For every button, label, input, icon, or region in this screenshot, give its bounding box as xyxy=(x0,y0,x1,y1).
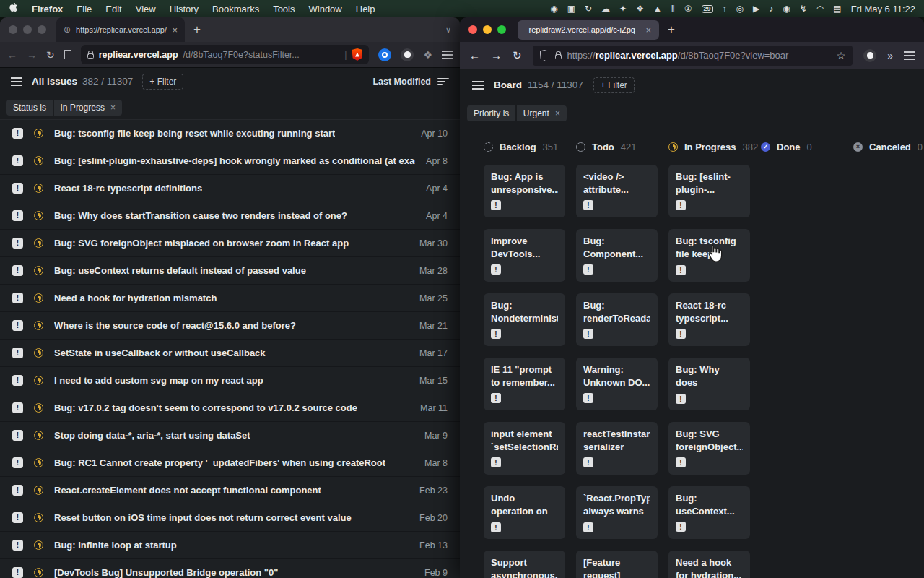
urgent-priority-icon[interactable] xyxy=(12,457,23,468)
filter-field-label[interactable]: Priority is xyxy=(467,105,515,121)
new-tab-button[interactable]: + xyxy=(193,22,201,37)
issue-card[interactable]: Bug: App is unresponsive... xyxy=(484,165,565,217)
minimize-window-button[interactable] xyxy=(483,25,492,34)
issue-card[interactable]: Warning: Unknown DO... xyxy=(576,358,658,410)
zoom-window-button[interactable] xyxy=(38,25,46,34)
brave-shield-icon[interactable] xyxy=(352,48,362,61)
issue-card[interactable]: reactTestInstance serializer xyxy=(576,422,658,475)
screen-capture-icon[interactable]: ▣ xyxy=(567,4,575,13)
new-tab-button[interactable]: + xyxy=(668,22,675,37)
sync-icon[interactable]: ↻ xyxy=(585,4,592,13)
issue-card[interactable]: Bug: Why does startTransitio... xyxy=(668,358,750,410)
urgent-priority-icon[interactable] xyxy=(12,375,23,386)
back-button[interactable]: ← xyxy=(469,49,480,61)
issue-card[interactable]: Bug: Component... xyxy=(576,229,658,282)
issue-card[interactable]: Support asynchronous... xyxy=(484,551,565,578)
minimize-window-button[interactable] xyxy=(23,25,32,34)
issue-card[interactable]: Bug: useContext... xyxy=(668,486,750,539)
issue-row[interactable]: Bug: Infinite loop at startup Feb 13 xyxy=(0,532,460,559)
menu-item-history[interactable]: History xyxy=(170,4,199,14)
power-icon[interactable]: ◎ xyxy=(736,4,744,13)
menu-item-help[interactable]: Help xyxy=(356,4,375,14)
urgent-priority-icon[interactable] xyxy=(12,512,23,523)
urgent-priority-icon[interactable] xyxy=(12,238,23,249)
issue-card[interactable]: Bug: tsconfig file keep bein... xyxy=(668,229,750,282)
reload-button[interactable]: ↻ xyxy=(46,49,55,61)
issue-card[interactable]: Bug: Nondeterminist. xyxy=(484,293,565,346)
filter-value-label[interactable]: Urgent xyxy=(523,108,549,118)
in-progress-status-icon[interactable] xyxy=(34,431,43,440)
bookmark-icon[interactable] xyxy=(64,50,71,59)
wifi-icon[interactable]: ◠ xyxy=(816,4,824,13)
remove-filter-icon[interactable]: × xyxy=(555,108,560,118)
tracking-protection-shield-icon[interactable] xyxy=(540,50,549,61)
menu-item-bookmarks[interactable]: Bookmarks xyxy=(212,4,259,14)
issue-card[interactable]: Need a hook for hydration... xyxy=(668,551,750,578)
volume-icon[interactable]: ♪ xyxy=(769,4,773,13)
in-progress-status-icon[interactable] xyxy=(34,321,43,330)
sidebar-menu-icon[interactable] xyxy=(11,81,22,82)
in-progress-status-icon[interactable] xyxy=(34,376,43,385)
issue-card[interactable]: <video /> attribute... xyxy=(576,165,658,217)
in-progress-status-icon[interactable] xyxy=(34,184,43,193)
in-progress-status-icon[interactable] xyxy=(34,266,43,275)
share-icon[interactable]: ↑ xyxy=(723,4,727,13)
priority-filter-chip[interactable]: Priority is Urgent × xyxy=(467,105,567,121)
issue-row[interactable]: Bug: tsconfig file keep being reset whil… xyxy=(0,120,460,147)
urgent-priority-icon[interactable] xyxy=(12,128,23,139)
urgent-priority-icon[interactable] xyxy=(12,155,23,166)
urgent-priority-icon[interactable] xyxy=(12,540,23,551)
issue-row[interactable]: Bug: SVG foreignObject misplaced on brow… xyxy=(0,230,460,257)
close-window-button[interactable] xyxy=(468,25,477,34)
menu-item-tools[interactable]: Tools xyxy=(273,4,295,14)
issue-card[interactable]: Bug: renderToReadab xyxy=(576,293,658,346)
issue-row[interactable]: Bug: useContext returns default instead … xyxy=(0,257,460,285)
github-extension-icon[interactable] xyxy=(863,49,876,62)
github-extension-icon[interactable] xyxy=(401,48,414,61)
filter-value-label[interactable]: In Progress xyxy=(61,103,105,113)
in-progress-status-icon[interactable] xyxy=(34,568,43,577)
play-icon[interactable]: ▶ xyxy=(753,4,759,13)
issue-row[interactable]: I need to add custom svg map on my react… xyxy=(0,367,460,394)
account-icon[interactable]: ◉ xyxy=(783,4,790,13)
issue-row[interactable]: SetState in useCallback or without useCa… xyxy=(0,340,460,367)
issue-card[interactable]: [Feature request] expo... xyxy=(576,551,658,578)
in-progress-status-icon[interactable] xyxy=(34,129,43,138)
in-progress-status-icon[interactable] xyxy=(34,486,43,495)
forward-button[interactable]: → xyxy=(491,49,502,61)
issue-card[interactable]: input element `setSelectionRa xyxy=(484,422,565,475)
browser-menu-icon[interactable] xyxy=(442,54,453,56)
filter-field-label[interactable]: Status is xyxy=(6,100,53,116)
dropbox-icon[interactable]: ❖ xyxy=(636,4,644,13)
issue-row[interactable]: Where is the source code of react@15.6.0… xyxy=(0,312,460,340)
apple-menu-icon[interactable] xyxy=(9,3,20,14)
right-browser-tab[interactable]: replidraw2.vercel.app/d/c-iZpq × xyxy=(518,20,659,40)
menu-item-window[interactable]: Window xyxy=(309,4,342,14)
cloud-icon[interactable]: ☁ xyxy=(601,4,610,13)
issue-row[interactable]: React.createElement does not accept func… xyxy=(0,477,460,504)
left-address-bar[interactable]: repliear.vercel.app /d/8bTaoq7F0e?status… xyxy=(81,45,370,64)
browser-menu-icon[interactable] xyxy=(904,55,915,56)
menu-item-view[interactable]: View xyxy=(136,4,156,14)
in-progress-status-icon[interactable] xyxy=(34,458,43,467)
in-progress-status-icon[interactable] xyxy=(34,540,43,550)
issue-row[interactable]: Bug: v17.0.2 tag doesn't seem to corresp… xyxy=(0,394,460,422)
tab-close-icon[interactable]: × xyxy=(645,25,651,35)
issue-row[interactable]: Stop doing data-*, aria-*, start using d… xyxy=(0,422,460,449)
sidebar-menu-icon[interactable] xyxy=(472,85,484,86)
overflow-menu-icon[interactable]: » xyxy=(887,50,893,61)
stage-manager-icon[interactable]: ▤ xyxy=(833,4,841,13)
issue-card[interactable]: IE 11 "prompt to remember... xyxy=(484,358,565,410)
back-button[interactable]: ← xyxy=(7,49,17,61)
record-icon[interactable]: ◉ xyxy=(550,4,557,13)
issue-row[interactable]: Bug: [eslint-plugin-exhaustive-deps] hoo… xyxy=(0,147,460,175)
add-filter-button[interactable]: + Filter xyxy=(142,74,183,90)
sort-icon[interactable] xyxy=(437,77,449,86)
onepassword-icon[interactable]: ① xyxy=(684,4,692,13)
add-filter-button[interactable]: + Filter xyxy=(593,77,635,93)
issue-card[interactable]: Undo operation on text input... xyxy=(484,486,565,539)
issue-row[interactable]: Need a hook for hydration mismatch Mar 2… xyxy=(0,285,460,312)
sort-order-label[interactable]: Last Modified xyxy=(372,77,431,87)
zoom-window-button[interactable] xyxy=(497,25,506,34)
menu-item-edit[interactable]: Edit xyxy=(105,4,121,14)
